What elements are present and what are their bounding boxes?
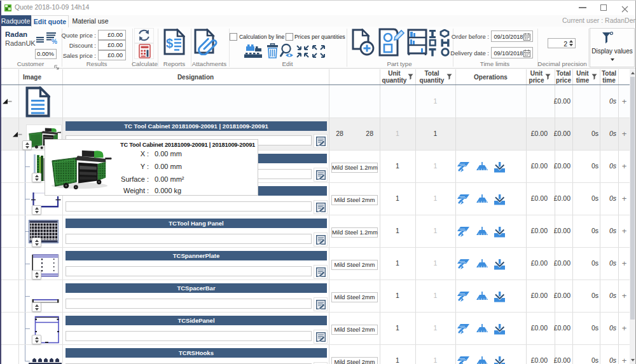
- svg-text:$: $: [166, 36, 173, 50]
